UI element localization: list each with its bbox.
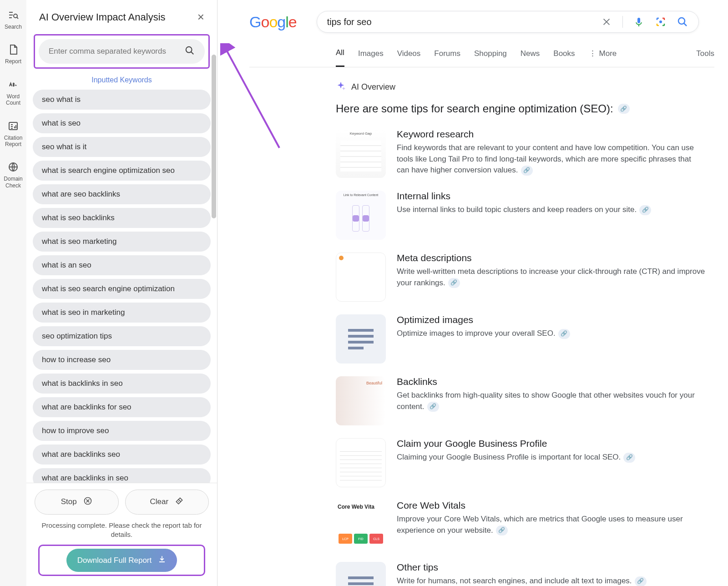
lens-icon[interactable] (655, 16, 667, 28)
link-icon[interactable]: 🔗 (618, 104, 630, 114)
keyword-chip[interactable]: what is search engine optimization seo (33, 161, 211, 181)
tip-item: Optimized imagesOptimize images to impro… (336, 314, 714, 364)
keyword-chip[interactable]: what is seo marketing (33, 232, 211, 252)
stop-button[interactable]: Stop (35, 490, 119, 515)
tip-thumbnail[interactable] (336, 314, 386, 364)
panel-title: AI Overview Impact Analysis (39, 11, 166, 23)
link-icon[interactable]: 🔗 (496, 525, 508, 535)
rail-label: Domain Check (0, 176, 26, 189)
keyword-search-input-wrap[interactable] (39, 39, 205, 64)
link-icon[interactable]: 🔗 (427, 402, 439, 412)
keyword-chip[interactable]: what is seo in marketing (33, 303, 211, 323)
tip-item: Internal linksUse internal links to buil… (336, 191, 714, 240)
globe-icon (7, 161, 19, 173)
keyword-chip[interactable]: what is an seo (33, 255, 211, 275)
link-icon[interactable]: 🔗 (521, 166, 533, 176)
keyword-input[interactable] (49, 47, 185, 56)
document-icon (7, 44, 19, 56)
results-content: AI Overview Here are some tips for searc… (249, 67, 714, 586)
link-icon[interactable]: 🔗 (635, 576, 647, 586)
voice-search-icon[interactable] (633, 16, 645, 28)
tab-more[interactable]: ⋮More (589, 49, 617, 66)
tip-item: Claim your Google Business ProfileClaimi… (336, 438, 714, 487)
rail-item-domain[interactable]: Domain Check (0, 161, 26, 189)
rail-item-search[interactable]: Search (5, 9, 22, 30)
clear-button[interactable]: Clear (125, 490, 209, 515)
keyword-chip[interactable]: seo what is (33, 90, 211, 110)
clear-search-icon[interactable] (601, 16, 612, 28)
scrollbar[interactable] (212, 55, 216, 282)
tab-images[interactable]: Images (358, 49, 384, 66)
ai-impact-panel: AI Overview Impact Analysis × Inputted K… (26, 0, 217, 586)
rail-item-citation[interactable]: Citation Report (0, 120, 26, 148)
tip-title: Core Web Vitals (397, 500, 705, 511)
tip-desc: Write well-written meta descriptions to … (397, 266, 705, 288)
ai-overview-heading: AI Overview (336, 81, 714, 93)
keyword-chip[interactable]: what are backlinks seo (33, 445, 211, 465)
tip-desc: Use internal links to build topic cluste… (397, 204, 705, 216)
tip-thumbnail[interactable] (336, 376, 386, 425)
tip-desc: Write for humans, not search engines, an… (397, 576, 705, 586)
keyword-chip[interactable]: what is seo (33, 113, 211, 133)
link-icon[interactable]: 🔗 (623, 453, 635, 463)
tab-all[interactable]: All (336, 48, 344, 67)
more-dots-icon: ⋮ (589, 49, 597, 58)
keyword-chip[interactable]: what is seo backlinks (33, 208, 211, 228)
tip-desc: Get backlinks from high-quality sites to… (397, 390, 705, 412)
keyword-chip[interactable]: how to increase seo (33, 350, 211, 370)
search-bar[interactable] (317, 11, 699, 33)
rail-label: Search (5, 24, 22, 30)
search-input[interactable] (327, 17, 601, 27)
keyword-chip[interactable]: what is backlinks in seo (33, 374, 211, 394)
tools-link[interactable]: Tools (696, 49, 714, 66)
download-report-button[interactable]: Download Full Report (66, 549, 177, 572)
tip-desc: Optimize images to improve your overall … (397, 328, 705, 339)
ai-overview-headline: Here are some tips for search engine opt… (336, 102, 714, 115)
tip-thumbnail[interactable] (336, 438, 386, 487)
link-icon[interactable]: 🔗 (448, 278, 460, 288)
close-icon[interactable]: × (197, 10, 204, 24)
svg-point-3 (186, 47, 192, 53)
highlighted-download-wrap: Download Full Report (38, 545, 205, 576)
panel-footer: Stop Clear Processing complete. Please c… (26, 483, 217, 586)
rail-label: Word Count (0, 93, 26, 106)
tip-thumbnail[interactable] (336, 129, 386, 178)
tip-thumbnail[interactable] (336, 253, 386, 302)
tab-news[interactable]: News (521, 49, 540, 66)
download-icon (158, 555, 166, 566)
tip-item: Keyword researchFind keywords that are r… (336, 129, 714, 178)
keyword-chip[interactable]: what are backlinks in seo (33, 468, 211, 483)
tip-desc: Improve your Core Web Vitals, which are … (397, 514, 705, 536)
tip-title: Internal links (397, 191, 705, 202)
tip-title: Keyword research (397, 129, 705, 140)
google-logo[interactable]: Google (249, 13, 297, 31)
tab-videos[interactable]: Videos (397, 49, 421, 66)
search-submit-icon[interactable] (677, 16, 688, 28)
keyword-chip[interactable]: what is seo search engine optimization (33, 279, 211, 299)
rail-label: Report (5, 58, 21, 65)
keyword-chip[interactable]: what are backlinks for seo (33, 397, 211, 417)
svg-point-7 (678, 18, 685, 24)
keyword-chip[interactable]: seo optimization tips (33, 326, 211, 346)
tip-thumbnail[interactable] (336, 562, 386, 586)
chips-list[interactable]: seo what is what is seo seo what is it w… (26, 88, 217, 483)
search-icon[interactable] (185, 45, 195, 57)
tab-books[interactable]: Books (553, 49, 575, 66)
tip-item: Other tipsWrite for humans, not search e… (336, 562, 714, 586)
keyword-chip[interactable]: how to improve seo (33, 421, 211, 441)
divider (622, 16, 623, 28)
keyword-chip[interactable]: what are seo backlinks (33, 184, 211, 204)
keyword-chip[interactable]: seo what is it (33, 137, 211, 157)
rail-item-report[interactable]: Report (5, 44, 21, 65)
link-icon[interactable]: 🔗 (639, 205, 651, 215)
tip-title: Meta descriptions (397, 253, 705, 263)
stop-icon (83, 496, 92, 508)
svg-point-6 (659, 20, 662, 23)
rail-item-word-count[interactable]: Word Count (0, 79, 26, 106)
link-icon[interactable]: 🔗 (558, 329, 570, 339)
highlighted-search-wrap (34, 34, 210, 69)
tab-forums[interactable]: Forums (434, 49, 460, 66)
tip-thumbnail[interactable]: LCPFIDCLS (336, 500, 386, 549)
tip-thumbnail[interactable] (336, 191, 386, 240)
tab-shopping[interactable]: Shopping (474, 49, 507, 66)
